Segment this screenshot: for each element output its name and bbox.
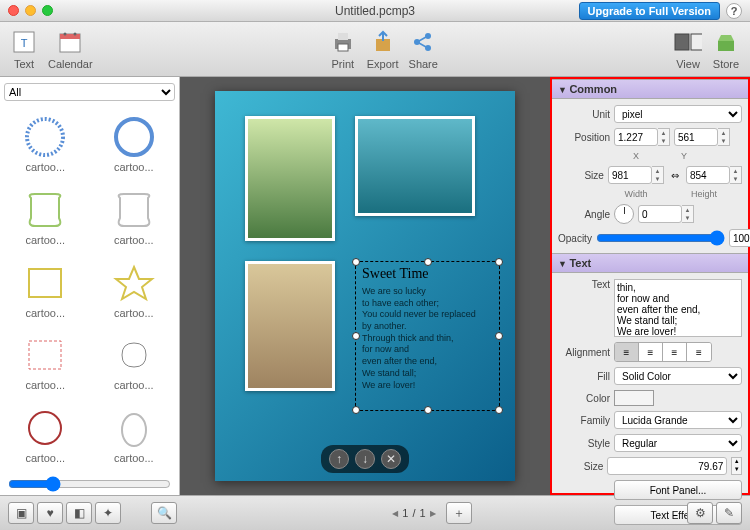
shapes-tab-icon[interactable]: ◧ (66, 502, 92, 524)
toolbar-center-group: Print Export Share (329, 28, 438, 70)
view-toggle[interactable]: View (674, 28, 702, 70)
angle-dial[interactable] (614, 204, 634, 224)
minimize-window-button[interactable] (25, 5, 36, 16)
svg-rect-7 (338, 33, 348, 40)
close-window-button[interactable] (8, 5, 19, 16)
shape-item[interactable]: cartoo... (91, 182, 178, 253)
shape-item[interactable]: cartoo... (2, 255, 89, 326)
style-tab-icon[interactable]: ✎ (716, 502, 742, 524)
shape-item[interactable]: cartoo... (91, 109, 178, 180)
color-label: Color (558, 393, 610, 404)
lock-aspect-icon[interactable]: ⇔ (668, 170, 682, 180)
layer-down-icon[interactable]: ↓ (355, 449, 375, 469)
shape-item[interactable]: cartoo... (2, 109, 89, 180)
fill-select[interactable]: Solid Color (614, 367, 742, 385)
shape-item[interactable]: cartoo... (91, 400, 178, 471)
section-common-header[interactable]: Common (552, 79, 748, 99)
width-input[interactable] (608, 166, 652, 184)
color-well[interactable] (614, 390, 654, 406)
width-stepper[interactable]: ▲▼ (608, 166, 664, 184)
add-page-icon[interactable]: ＋ (446, 502, 472, 524)
resize-handle-ne[interactable] (495, 258, 503, 266)
align-justify-icon[interactable]: ≡ (687, 343, 711, 361)
upgrade-button[interactable]: Upgrade to Full Version (579, 2, 720, 20)
unit-select[interactable]: pixel (614, 105, 742, 123)
angle-stepper[interactable]: ▲▼ (638, 205, 694, 223)
align-left-icon[interactable]: ≡ (615, 343, 639, 361)
zoom-window-button[interactable] (42, 5, 53, 16)
export-label: Export (367, 58, 399, 70)
size-label: Size (558, 170, 604, 181)
shape-item[interactable]: cartoo... (2, 327, 89, 398)
zoom-icon[interactable]: 🔍 (151, 502, 177, 524)
font-size-stepper[interactable]: ▲▼ (731, 457, 742, 475)
photo-frame-2[interactable] (355, 116, 475, 216)
fill-label: Fill (558, 371, 610, 382)
resize-handle-s[interactable] (424, 406, 432, 414)
resize-handle-w[interactable] (352, 332, 360, 340)
shape-item[interactable]: cartoo... (2, 182, 89, 253)
section-common-body: Unit pixel Position ▲▼ ▲▼ XY Size ▲▼ ⇔ ▲… (552, 99, 748, 253)
sidebar-filter-select[interactable]: All (4, 83, 175, 101)
text-content-input[interactable]: thin, for now and even after the end, We… (614, 279, 742, 337)
delete-icon[interactable]: ✕ (381, 449, 401, 469)
page-current: 1 (402, 507, 408, 519)
shape-item[interactable]: cartoo... (2, 400, 89, 471)
height-stepper[interactable]: ▲▼ (686, 166, 742, 184)
prev-page-icon[interactable]: ◀ (392, 509, 398, 518)
font-panel-button[interactable]: Font Panel... (614, 480, 742, 500)
toolbar-left-group: T Text Calendar (10, 28, 93, 70)
calendar-tool-button[interactable]: Calendar (48, 28, 93, 70)
section-text-header[interactable]: Text (552, 253, 748, 273)
print-button[interactable]: Print (329, 28, 357, 70)
pos-y-input[interactable] (674, 128, 718, 146)
page-total: 1 (420, 507, 426, 519)
textbox-body[interactable]: We are so lucky to have each other; You … (356, 286, 499, 391)
shapes-grid[interactable]: cartoo... cartoo... cartoo... cartoo... … (0, 107, 179, 473)
share-button[interactable]: Share (409, 28, 438, 70)
photos-tab-icon[interactable]: ▣ (8, 502, 34, 524)
export-button[interactable]: Export (367, 28, 399, 70)
help-icon[interactable]: ? (726, 3, 742, 19)
next-page-icon[interactable]: ▶ (430, 509, 436, 518)
position-label: Position (558, 132, 610, 143)
share-label: Share (409, 58, 438, 70)
angle-input[interactable] (638, 205, 682, 223)
font-family-select[interactable]: Lucida Grande (614, 411, 742, 429)
opacity-input[interactable] (729, 229, 750, 247)
alignment-segmented[interactable]: ≡ ≡ ≡ ≡ (614, 342, 712, 362)
favorites-tab-icon[interactable]: ♥ (37, 502, 63, 524)
align-right-icon[interactable]: ≡ (663, 343, 687, 361)
sidebar-zoom-slider[interactable] (8, 476, 171, 492)
store-button[interactable]: Store (712, 28, 740, 70)
svg-text:T: T (21, 37, 28, 49)
text-tool-button[interactable]: T Text (10, 28, 38, 70)
pos-y-stepper[interactable]: ▲▼ (674, 128, 730, 146)
canvas-area[interactable]: Sweet Time We are so lucky to have each … (180, 77, 550, 495)
resize-handle-e[interactable] (495, 332, 503, 340)
pos-x-stepper[interactable]: ▲▼ (614, 128, 670, 146)
pos-x-input[interactable] (614, 128, 658, 146)
font-size-input[interactable] (607, 457, 727, 475)
photo-frame-3[interactable] (245, 261, 335, 391)
photo-frame-1[interactable] (245, 116, 335, 241)
sidebar-filter-row: All (4, 81, 175, 103)
font-style-select[interactable]: Regular (614, 434, 742, 452)
text-box-selected[interactable]: Sweet Time We are so lucky to have each … (355, 261, 500, 411)
document-page[interactable]: Sweet Time We are so lucky to have each … (215, 91, 515, 481)
store-icon (712, 28, 740, 56)
shape-item[interactable]: cartoo... (91, 255, 178, 326)
opacity-slider[interactable] (596, 230, 725, 246)
layer-up-icon[interactable]: ↑ (329, 449, 349, 469)
align-center-icon[interactable]: ≡ (639, 343, 663, 361)
settings-tab-icon[interactable]: ⚙ (687, 502, 713, 524)
height-input[interactable] (686, 166, 730, 184)
opacity-stepper[interactable]: ▲▼ (729, 229, 750, 247)
resize-handle-sw[interactable] (352, 406, 360, 414)
resize-handle-se[interactable] (495, 406, 503, 414)
shape-item[interactable]: cartoo... (91, 327, 178, 398)
resize-handle-nw[interactable] (352, 258, 360, 266)
library-tabs: ▣ ♥ ◧ ✦ (8, 502, 121, 524)
resize-handle-n[interactable] (424, 258, 432, 266)
effects-tab-icon[interactable]: ✦ (95, 502, 121, 524)
